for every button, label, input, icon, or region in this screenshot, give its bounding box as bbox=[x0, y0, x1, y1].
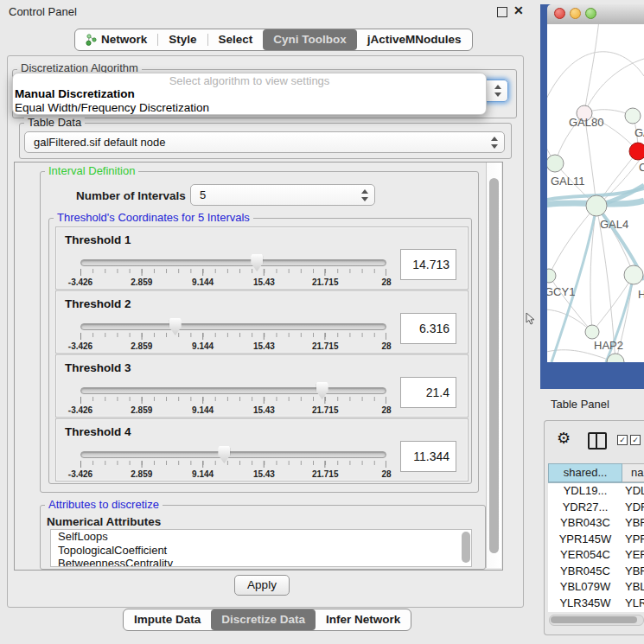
tab-network[interactable]: Network bbox=[75, 29, 157, 50]
cell[interactable]: YPR145W bbox=[548, 532, 622, 548]
table-row[interactable]: YPR145WYPR1 bbox=[548, 532, 644, 548]
list-scrollbar-thumb[interactable] bbox=[462, 532, 470, 563]
node-table[interactable]: shared... na YDL19...YDL1 YDR27...YDR2 Y… bbox=[548, 463, 644, 612]
cell[interactable]: YBL079W bbox=[548, 579, 622, 596]
dropdown-prompt: Select algorithm to view settings bbox=[13, 75, 486, 87]
list-item[interactable]: BetweennessCentrality bbox=[51, 557, 471, 567]
threshold-1-value-input[interactable]: 14.713 bbox=[400, 249, 456, 280]
table-data-combobox[interactable]: galFiltered.sif default node bbox=[24, 131, 505, 153]
cell[interactable]: YIL0 bbox=[622, 611, 644, 612]
table-row[interactable]: YER054CYER0 bbox=[548, 547, 644, 564]
list-item[interactable]: SelfLoops bbox=[51, 530, 471, 544]
tab-cyni-toolbox[interactable]: Cyni Toolbox bbox=[263, 29, 357, 50]
checkbox-icon[interactable]: ✓ bbox=[630, 435, 641, 445]
table-data-label: Table Data bbox=[24, 117, 85, 129]
threshold-2-slider[interactable]: -3.426 2.859 9.144 15.43 21.715 28 bbox=[80, 323, 386, 349]
checkbox-icon[interactable]: ✓ bbox=[617, 435, 628, 445]
slider-track[interactable] bbox=[80, 387, 386, 394]
slider-major-ticks bbox=[80, 269, 386, 276]
cell[interactable]: YLR345W bbox=[548, 596, 622, 612]
cell[interactable]: YIL052C bbox=[548, 611, 622, 612]
table-row[interactable]: YBL079WYBL0 bbox=[548, 579, 644, 596]
column-header-shared-name[interactable]: shared... bbox=[548, 463, 622, 482]
cell[interactable]: YPR1 bbox=[622, 532, 644, 548]
number-of-intervals-spinner[interactable]: 5 bbox=[190, 184, 375, 206]
tab-select[interactable]: Select bbox=[208, 29, 264, 50]
cell[interactable]: YBR0 bbox=[622, 564, 644, 580]
close-icon[interactable]: ✕ bbox=[513, 3, 524, 17]
threshold-4-value-input[interactable]: 11.344 bbox=[400, 441, 456, 472]
slider-major-ticks bbox=[80, 333, 386, 340]
threshold-4-slider[interactable]: -3.426 2.859 9.144 15.43 21.715 28 bbox=[80, 451, 386, 477]
tab-discretize-data[interactable]: Discretize Data bbox=[211, 609, 316, 630]
control-panel-tabbar: Network Style Select Cyni Toolbox jActiv… bbox=[74, 29, 473, 51]
tick-label: 15.43 bbox=[253, 277, 275, 287]
tick-label: -3.426 bbox=[68, 341, 92, 351]
slider-track[interactable] bbox=[80, 451, 386, 458]
cell[interactable]: YBR043C bbox=[548, 515, 622, 532]
tab-impute-data[interactable]: Impute Data bbox=[124, 609, 211, 630]
cell[interactable]: YBR045C bbox=[548, 564, 622, 580]
mouse-cursor bbox=[526, 312, 536, 326]
table-row[interactable]: YDL19...YDL1 bbox=[548, 483, 644, 500]
tick-label: 9.144 bbox=[192, 341, 214, 351]
numerical-attributes-list[interactable]: SelfLoops TopologicalCoefficient Between… bbox=[50, 529, 472, 567]
split-columns-icon[interactable] bbox=[588, 432, 607, 450]
node-label-hap2: HAP2 bbox=[594, 339, 623, 352]
cell[interactable]: YLR3 bbox=[622, 596, 644, 612]
table-horizontal-scrollbar-thumb[interactable] bbox=[551, 616, 637, 623]
cell[interactable]: YDR2 bbox=[622, 500, 644, 516]
threshold-3-slider[interactable]: -3.426 2.859 9.144 15.43 21.715 28 bbox=[80, 387, 386, 413]
cell[interactable]: YDL1 bbox=[622, 483, 644, 500]
spinner-stepper-icon bbox=[360, 189, 368, 201]
apply-button[interactable]: Apply bbox=[234, 575, 290, 596]
slider-track[interactable] bbox=[80, 259, 386, 266]
minimize-traffic-icon[interactable] bbox=[570, 8, 581, 19]
gear-icon[interactable]: ⚙ bbox=[557, 430, 571, 446]
dropdown-option-equal-width[interactable]: Equal Width/Frequency Discretization bbox=[13, 101, 486, 115]
thresholds-group-label: Threshold's Coordinates for 5 Intervals bbox=[54, 212, 253, 224]
vertical-scrollbar-thumb[interactable] bbox=[489, 178, 499, 553]
table-data-value: galFiltered.sif default node bbox=[34, 136, 165, 149]
table-row[interactable]: YBR045CYBR0 bbox=[548, 564, 644, 580]
list-item[interactable]: TopologicalCoefficient bbox=[51, 544, 471, 558]
number-of-intervals-label: Number of Intervals bbox=[76, 189, 186, 202]
table-row[interactable]: YIL052CYIL0 bbox=[548, 611, 644, 612]
vertical-scrollbar[interactable] bbox=[486, 163, 501, 568]
tab-infer-network[interactable]: Infer Network bbox=[316, 609, 411, 630]
node-label-gal80: GAL80 bbox=[569, 116, 603, 129]
table-row[interactable]: YDR27...YDR2 bbox=[548, 500, 644, 516]
cell[interactable]: YER054C bbox=[548, 547, 622, 564]
cell[interactable]: YER0 bbox=[622, 547, 644, 564]
tab-jactivemnodules[interactable]: jActiveMNodules bbox=[357, 29, 472, 50]
network-window-titlebar[interactable] bbox=[547, 4, 644, 25]
threshold-1-slider[interactable]: -3.426 2.859 9.144 15.43 21.715 28 bbox=[80, 259, 386, 285]
threshold-3-value-input[interactable]: 21.4 bbox=[400, 377, 456, 408]
tick-label: -3.426 bbox=[68, 277, 92, 287]
table-row[interactable]: YLR345WYLR3 bbox=[548, 596, 644, 612]
node-label-gal4: GAL4 bbox=[600, 218, 628, 231]
cell[interactable]: YBR0 bbox=[622, 515, 644, 532]
tick-label: 2.859 bbox=[131, 405, 152, 415]
node-label-ga: GA bbox=[634, 126, 644, 139]
tick-label: 2.859 bbox=[131, 469, 152, 479]
table-row[interactable]: YBR043CYBR0 bbox=[548, 515, 644, 532]
tab-style[interactable]: Style bbox=[158, 29, 207, 50]
cell[interactable]: YBL0 bbox=[622, 579, 644, 596]
node-label-c: C bbox=[639, 161, 644, 174]
zoom-traffic-icon[interactable] bbox=[585, 8, 596, 19]
dropdown-option-manual[interactable]: Manual Discretization bbox=[13, 87, 486, 101]
slider-track[interactable] bbox=[80, 323, 386, 330]
column-header-name[interactable]: na bbox=[622, 463, 644, 482]
float-icon[interactable] bbox=[497, 7, 507, 17]
slider-major-ticks bbox=[80, 397, 386, 404]
threshold-2-value-input[interactable]: 6.316 bbox=[400, 313, 456, 344]
slider-tick-labels: -3.426 2.859 9.144 15.43 21.715 28 bbox=[80, 469, 386, 480]
cell[interactable]: YDR27... bbox=[548, 500, 622, 516]
control-panel-titlebar: Control Panel ✕ bbox=[0, 0, 530, 22]
network-canvas[interactable]: GAL80 GA C GAL11 GAL4 GCY1 H HAP2 bbox=[547, 24, 644, 362]
cell[interactable]: YDL19... bbox=[548, 483, 622, 500]
close-traffic-icon[interactable] bbox=[554, 8, 565, 19]
tick-label: 15.43 bbox=[253, 405, 275, 415]
numerical-attributes-label: Numerical Attributes bbox=[47, 515, 161, 528]
